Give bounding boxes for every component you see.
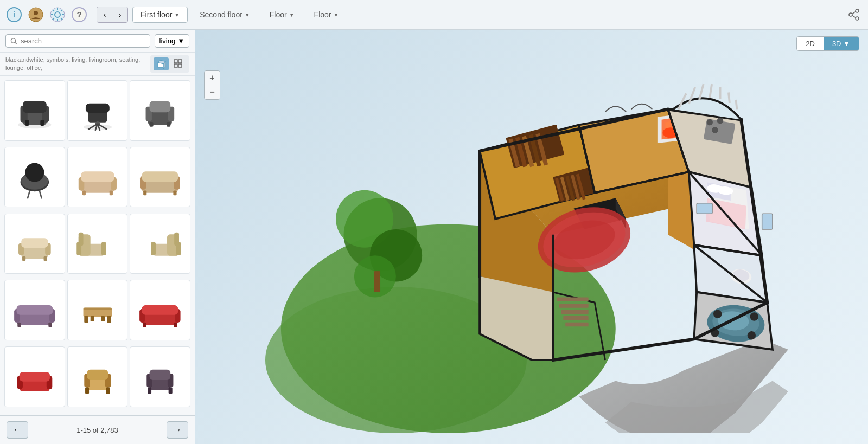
furniture-item-4[interactable] bbox=[4, 147, 65, 208]
svg-rect-117 bbox=[169, 387, 173, 394]
svg-rect-183 bbox=[565, 323, 588, 327]
svg-rect-89 bbox=[48, 323, 52, 327]
floor-tab-second[interactable]: Second floor ▼ bbox=[192, 7, 258, 22]
svg-rect-180 bbox=[559, 304, 589, 308]
furniture-item-2[interactable] bbox=[67, 80, 128, 141]
floor-tab-fourth-arrow: ▼ bbox=[333, 12, 339, 18]
view-mode-toggle: 2D 3D ▼ bbox=[796, 36, 859, 51]
view-3d-btn[interactable] bbox=[154, 57, 169, 70]
main-content: living ▼ blackandwhite, symbols, living,… bbox=[0, 30, 868, 444]
furniture-img-10 bbox=[11, 286, 59, 334]
share-button[interactable] bbox=[845, 6, 863, 23]
svg-line-190 bbox=[736, 100, 737, 109]
furniture-img-14 bbox=[74, 353, 122, 401]
grid-icon bbox=[174, 59, 183, 69]
furniture-img-8 bbox=[74, 220, 122, 268]
furniture-img-1 bbox=[11, 87, 59, 134]
view-2d-button[interactable]: 2D bbox=[797, 37, 824, 50]
search-input[interactable] bbox=[21, 37, 145, 45]
floor-tab-fourth[interactable]: Floor ▼ bbox=[307, 7, 347, 22]
svg-rect-60 bbox=[82, 190, 85, 195]
furniture-item-3[interactable] bbox=[130, 80, 190, 141]
svg-rect-34 bbox=[23, 101, 47, 113]
svg-line-19 bbox=[852, 11, 856, 14]
svg-rect-66 bbox=[143, 190, 146, 195]
prev-page-button[interactable]: ← bbox=[7, 421, 28, 439]
svg-rect-182 bbox=[563, 316, 588, 320]
svg-rect-115 bbox=[150, 370, 171, 380]
cube-icon bbox=[156, 59, 166, 69]
floor-tab-third[interactable]: Floor ▼ bbox=[262, 7, 302, 22]
furniture-img-11 bbox=[74, 286, 122, 334]
furniture-item-15[interactable] bbox=[130, 346, 190, 407]
furniture-img-4 bbox=[11, 153, 59, 201]
svg-rect-49 bbox=[150, 122, 154, 127]
furniture-item-9[interactable] bbox=[130, 214, 190, 274]
svg-rect-35 bbox=[25, 120, 29, 126]
svg-rect-83 bbox=[174, 232, 179, 246]
svg-line-54 bbox=[28, 190, 30, 198]
view-flat-btn[interactable] bbox=[171, 57, 186, 70]
floor-tab-third-label: Floor bbox=[270, 10, 287, 19]
svg-rect-29 bbox=[178, 64, 182, 67]
search-input-wrap[interactable] bbox=[5, 34, 150, 48]
svg-line-187 bbox=[710, 84, 712, 98]
svg-line-55 bbox=[40, 190, 42, 198]
furniture-item-11[interactable] bbox=[67, 280, 128, 340]
furniture-item-6[interactable] bbox=[130, 147, 190, 208]
furniture-grid bbox=[0, 76, 195, 415]
furniture-img-5 bbox=[74, 153, 122, 201]
svg-rect-61 bbox=[109, 190, 112, 195]
floor-tab-first[interactable]: First floor ▼ bbox=[132, 7, 188, 23]
settings-icon[interactable] bbox=[49, 6, 66, 23]
svg-rect-179 bbox=[557, 297, 589, 301]
svg-rect-116 bbox=[148, 387, 151, 394]
svg-point-16 bbox=[856, 9, 859, 12]
furniture-img-3 bbox=[136, 87, 184, 134]
zoom-out-button[interactable]: − bbox=[205, 85, 220, 99]
search-icon bbox=[10, 37, 17, 45]
svg-point-17 bbox=[849, 13, 852, 16]
furniture-item-8[interactable] bbox=[67, 214, 128, 274]
nav-next-button[interactable]: › bbox=[112, 7, 127, 22]
category-label: living bbox=[159, 37, 176, 45]
furniture-item-1[interactable] bbox=[4, 80, 65, 141]
svg-rect-181 bbox=[561, 310, 589, 314]
svg-rect-109 bbox=[87, 370, 108, 380]
furniture-item-10[interactable] bbox=[4, 280, 65, 340]
svg-rect-124 bbox=[374, 271, 380, 292]
svg-rect-48 bbox=[150, 101, 171, 112]
nav-arrows: ‹ › bbox=[97, 7, 128, 23]
category-select[interactable]: living ▼ bbox=[155, 34, 190, 48]
svg-rect-27 bbox=[178, 60, 182, 63]
svg-point-3 bbox=[34, 11, 38, 15]
next-page-button[interactable]: → bbox=[167, 421, 188, 439]
svg-rect-99 bbox=[142, 305, 178, 315]
user-icon[interactable] bbox=[27, 6, 44, 23]
info-icon[interactable]: i bbox=[5, 6, 23, 23]
help-icon[interactable]: ? bbox=[71, 6, 88, 23]
svg-rect-100 bbox=[143, 323, 146, 327]
sidebar: living ▼ blackandwhite, symbols, living,… bbox=[0, 30, 195, 444]
canvas-area[interactable]: 2D 3D ▼ + − bbox=[195, 30, 868, 444]
zoom-in-button[interactable]: + bbox=[205, 71, 220, 85]
furniture-img-9 bbox=[136, 220, 184, 268]
svg-rect-88 bbox=[17, 323, 21, 327]
category-dropdown-arrow: ▼ bbox=[177, 37, 184, 45]
svg-rect-65 bbox=[142, 171, 178, 182]
furniture-item-14[interactable] bbox=[67, 346, 128, 407]
floor-tab-first-arrow: ▼ bbox=[174, 12, 180, 18]
furniture-item-13[interactable] bbox=[4, 346, 65, 407]
nav-prev-button[interactable]: ‹ bbox=[97, 7, 112, 22]
svg-rect-95 bbox=[101, 316, 105, 322]
view-3d-button[interactable]: 3D ▼ bbox=[824, 37, 859, 50]
svg-rect-59 bbox=[81, 171, 114, 182]
furniture-item-5[interactable] bbox=[67, 147, 128, 208]
furniture-item-12[interactable] bbox=[130, 280, 190, 340]
svg-line-20 bbox=[852, 15, 856, 17]
svg-rect-71 bbox=[21, 238, 48, 248]
furniture-item-7[interactable] bbox=[4, 214, 65, 274]
svg-rect-39 bbox=[86, 104, 110, 113]
furniture-img-2 bbox=[74, 87, 122, 134]
svg-rect-101 bbox=[174, 323, 177, 327]
